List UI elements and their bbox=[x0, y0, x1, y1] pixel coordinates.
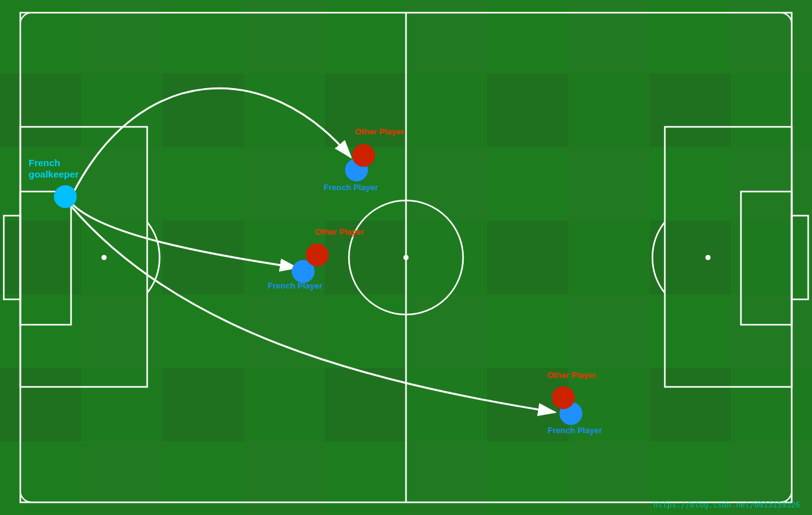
svg-rect-13 bbox=[406, 0, 487, 74]
svg-rect-19 bbox=[487, 74, 568, 147]
goalkeeper-player bbox=[54, 185, 77, 208]
svg-rect-20 bbox=[650, 74, 731, 147]
french-player-2-label: French Player bbox=[268, 281, 322, 290]
svg-rect-23 bbox=[406, 147, 487, 221]
svg-rect-26 bbox=[0, 221, 81, 294]
svg-rect-38 bbox=[325, 368, 406, 441]
other-player-3 bbox=[552, 386, 575, 409]
svg-point-53 bbox=[102, 255, 107, 260]
svg-rect-29 bbox=[487, 221, 568, 294]
svg-rect-34 bbox=[568, 294, 650, 368]
other-player-1-label: Other Player bbox=[355, 127, 404, 136]
svg-rect-24 bbox=[568, 147, 650, 221]
french-player-1-label: French Player bbox=[324, 183, 378, 192]
svg-rect-22 bbox=[244, 147, 325, 221]
svg-rect-37 bbox=[162, 368, 244, 441]
svg-rect-21 bbox=[81, 147, 162, 221]
field-svg: French goalkeeper Other Player French Pl… bbox=[0, 0, 812, 515]
svg-rect-31 bbox=[81, 294, 162, 368]
svg-rect-25 bbox=[731, 147, 812, 221]
svg-rect-14 bbox=[568, 0, 650, 74]
field-container: French goalkeeper Other Player French Pl… bbox=[0, 0, 812, 515]
other-player-1 bbox=[352, 144, 375, 167]
svg-rect-12 bbox=[244, 0, 325, 74]
svg-rect-40 bbox=[650, 368, 731, 441]
svg-point-57 bbox=[705, 255, 710, 260]
svg-rect-44 bbox=[568, 441, 650, 515]
goalkeeper-label: French bbox=[29, 157, 60, 168]
svg-rect-43 bbox=[406, 441, 487, 515]
svg-rect-35 bbox=[731, 294, 812, 368]
svg-rect-17 bbox=[162, 74, 244, 147]
svg-rect-33 bbox=[406, 294, 487, 368]
other-player-2 bbox=[306, 244, 329, 266]
goalkeeper-label-2: goalkeeper bbox=[29, 169, 79, 179]
other-player-3-label: Other Player bbox=[547, 370, 596, 380]
watermark: https://blog.csdn.net/d013159326 bbox=[653, 500, 800, 509]
svg-rect-15 bbox=[731, 0, 812, 74]
svg-rect-36 bbox=[0, 368, 81, 441]
svg-rect-30 bbox=[650, 221, 731, 294]
svg-point-49 bbox=[403, 255, 409, 260]
svg-rect-11 bbox=[81, 0, 162, 74]
french-player-3-label: French Player bbox=[547, 426, 602, 435]
other-player-2-label: Other Player bbox=[315, 227, 364, 237]
svg-rect-16 bbox=[0, 74, 81, 147]
svg-rect-41 bbox=[81, 441, 162, 515]
svg-rect-42 bbox=[244, 441, 325, 515]
